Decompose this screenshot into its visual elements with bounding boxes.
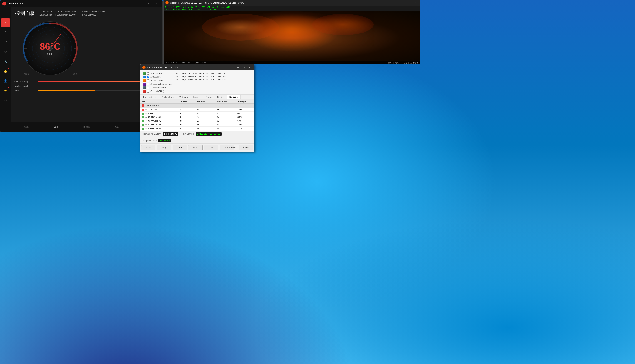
sidebar-item-gear[interactable]: ⚙ <box>1 96 10 104</box>
stress-log: 2022/11/4 21:19:21 Stability Test: Start… <box>176 72 251 93</box>
row-current: 30 <box>178 108 195 112</box>
elapsed-time-label: Elapsed Time: <box>143 140 157 142</box>
furmark-minimize-button[interactable]: ─ <box>407 0 413 6</box>
sidebar-item-shield[interactable]: 🛡 <box>1 38 10 46</box>
furmark-render: GPU 0: 66°C Mon: 8°C (max: 81°C) 帧率 | 呼吸… <box>164 11 420 64</box>
temperature-gauge: 86°C CPU -200°C 100°C <box>22 20 79 77</box>
row-average: 69.9 <box>236 115 254 119</box>
stress-cpu-option[interactable]: Stress CPU <box>143 72 172 75</box>
table-row: Motherboard 30 25 38 30.0 <box>140 108 254 112</box>
armoury-titlebar: Armoury Crate ─ □ ✕ <box>0 0 162 7</box>
armoury-minimize-button[interactable]: ─ <box>136 0 144 7</box>
aida-action-buttons: Start Stop Clear Save CPUID Preferences … <box>140 144 254 152</box>
gauge-center: 86°C CPU <box>40 41 61 56</box>
close-button[interactable]: Close <box>239 145 253 150</box>
stress-gpu-option[interactable]: Stress GPU(s) <box>143 90 172 93</box>
cpuid-button[interactable]: CPUID <box>204 145 218 150</box>
aida-minimize-button[interactable]: ─ <box>235 64 241 70</box>
aida64-window: System Stability Test - AIDA64 ─ □ ✕ Str… <box>140 64 254 152</box>
row-maximum: 97 <box>215 126 236 130</box>
armoury-title-label: Armoury Crate <box>8 2 23 5</box>
tab-statistics[interactable]: Statistics <box>227 95 241 100</box>
stress-gpu-checkbox[interactable] <box>147 90 149 92</box>
stress-gpu-icon <box>143 90 146 93</box>
row-maximum: 38 <box>215 108 236 112</box>
stress-cpu-checkbox[interactable] <box>147 72 149 75</box>
sidebar-item-user[interactable]: 👤 <box>1 76 10 85</box>
tab-temperatures[interactable]: Temperatures <box>140 95 159 100</box>
table-row: ⇒ CPU Core #3 94 28 97 70.6 <box>140 123 254 126</box>
stress-cache-option[interactable]: Stress cache <box>143 79 172 82</box>
stress-fpu-icon <box>143 76 146 78</box>
stress-memory-checkbox[interactable] <box>147 83 149 85</box>
tab-clocks[interactable]: Clocks <box>203 95 215 100</box>
tab-powers[interactable]: Powers <box>190 95 203 100</box>
stress-fpu-checkbox[interactable] <box>147 76 149 78</box>
sys-info-motherboard: — ROG STRIX Z790-E GAMING WIFI <box>40 10 77 13</box>
hamburger-line <box>4 11 7 11</box>
stress-disk-option[interactable]: Stress local disks <box>143 86 172 89</box>
tab-fan[interactable]: 风扇 <box>102 122 132 132</box>
col-minimum: Minimum <box>196 100 215 104</box>
vrm-bar <box>38 90 143 91</box>
furmark-close-button[interactable]: ✕ <box>413 0 418 6</box>
row-minimum: 28 <box>196 123 215 126</box>
row-current: 95 <box>178 126 195 130</box>
stress-checkboxes: Stress CPU Stress FPU Stress cache Stres… <box>143 72 172 93</box>
aida-close-button[interactable]: ✕ <box>247 64 252 70</box>
stress-disk-icon <box>143 86 146 89</box>
armoury-logo-icon <box>2 2 6 6</box>
stress-disk-checkbox[interactable] <box>147 86 149 89</box>
monitor-icon: 🖥 <box>4 31 7 34</box>
cpu-package-bar <box>38 81 143 82</box>
elapsed-time-item: Elapsed Time: 00:21:05 <box>143 139 171 142</box>
test-started-item: Test Started: 2022/11/4 22:06:50 <box>182 132 222 136</box>
sidebar-item-home[interactable]: ⌂ <box>1 18 10 27</box>
stress-cache-checkbox[interactable] <box>147 80 149 82</box>
sidebar-hamburger-button[interactable] <box>2 8 9 16</box>
aida-maximize-button[interactable]: □ <box>241 64 247 70</box>
sidebar-item-tools[interactable]: ⚙ <box>1 47 10 56</box>
sys-info-left: — ROG STRIX Z790-E GAMING WIFI 13th Gen … <box>40 10 77 16</box>
tab-usage[interactable]: 使用率 <box>72 122 102 132</box>
gauge-area: 86°C CPU -200°C 100°C CPU Package 97 °C <box>11 18 162 98</box>
hamburger-line <box>4 12 7 12</box>
sidebar-item-notification[interactable]: 🔔 <box>1 66 10 76</box>
bottom-navigation: 频率 温度 使用率 风扇 电压 <box>11 122 162 132</box>
furmark-svg <box>164 11 420 64</box>
col-maximum: Maximum <box>215 100 236 104</box>
furmark-stats-bar: GPU 0: 66°C Mon: 8°C (max: 81°C) 帧率 | 呼吸… <box>164 61 420 64</box>
row-current: 95 <box>178 115 195 119</box>
row-minimum: 29 <box>196 126 215 130</box>
sidebar-item-wrench[interactable]: 🔧 <box>1 57 10 66</box>
save-button[interactable]: Save <box>188 145 203 150</box>
armoury-close-button[interactable]: ✕ <box>152 0 160 7</box>
clear-button[interactable]: Clear <box>173 145 187 150</box>
row-item: ⇒ CPU Core #4 <box>140 126 178 130</box>
tab-voltages[interactable]: Voltages <box>177 95 190 100</box>
tab-unified[interactable]: Unified <box>215 95 227 100</box>
start-button[interactable]: Start <box>141 145 156 150</box>
stress-cpu-icon <box>143 72 146 75</box>
tab-temperature[interactable]: 温度 <box>41 122 72 132</box>
sidebar-item-monitor[interactable]: 🖥 <box>1 28 10 37</box>
stop-button[interactable]: Stop <box>157 145 171 150</box>
tab-frequency[interactable]: 频率 <box>11 122 41 132</box>
stress-memory-option[interactable]: Stress system memory <box>143 83 172 86</box>
row-current: 94 <box>178 123 195 126</box>
stress-options: Stress CPU Stress FPU Stress cache Stres… <box>140 70 254 95</box>
cpu-package-stat: CPU Package 97 °C <box>15 80 159 83</box>
furmark-titlebar: Geeks3D FurMark v1.31.0.0 - 981FPS, GPU1… <box>164 0 420 6</box>
armoury-maximize-button[interactable]: □ <box>144 0 152 7</box>
tab-cooling-fans[interactable]: Cooling Fans <box>159 95 177 100</box>
aida-window-controls: ─ □ ✕ <box>235 64 252 70</box>
sidebar-item-power[interactable]: ⚡ <box>1 86 10 95</box>
row-item: ⇒ CPU <box>140 112 178 115</box>
aida-body: Stress CPU Stress FPU Stress cache Stres… <box>140 70 254 152</box>
furmark-logo-icon <box>166 1 169 4</box>
stress-fpu-option[interactable]: Stress FPU <box>143 76 172 78</box>
row-average: 30.0 <box>236 108 254 112</box>
row-minimum: 27 <box>196 115 215 119</box>
preferences-button[interactable]: Preferences <box>220 145 234 150</box>
furmark-window: Geeks3D FurMark v1.31.0.0 - 981FPS, GPU1… <box>164 0 420 64</box>
